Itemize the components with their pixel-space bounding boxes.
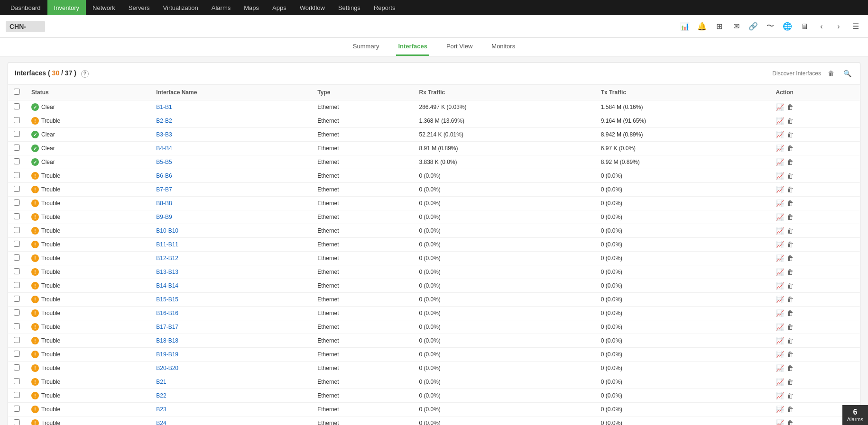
row-checkbox[interactable] [14, 254, 20, 261]
row-checkbox[interactable] [14, 282, 20, 288]
row-interface-name[interactable]: B19-B19 [150, 348, 312, 362]
row-interface-name[interactable]: B4-B4 [150, 142, 312, 155]
delete-action-icon[interactable]: 🗑 [787, 241, 794, 248]
row-interface-name[interactable]: B24 [150, 416, 312, 425]
row-checkbox[interactable] [14, 199, 20, 206]
chart-action-icon[interactable]: 📈 [776, 419, 784, 425]
row-interface-name[interactable]: B13-B13 [150, 265, 312, 279]
nav-item-virtualization[interactable]: Virtualization [157, 0, 205, 15]
chart-action-icon[interactable]: 📈 [776, 145, 784, 152]
delete-icon-btn[interactable]: 🗑 [825, 67, 837, 80]
row-interface-name[interactable]: B7-B7 [150, 183, 312, 197]
delete-action-icon[interactable]: 🗑 [787, 323, 794, 331]
row-interface-name[interactable]: B23 [150, 403, 312, 416]
bell-icon-btn[interactable]: 🔔 [695, 20, 709, 33]
delete-action-icon[interactable]: 🗑 [787, 103, 794, 111]
row-checkbox[interactable] [14, 131, 20, 137]
chart-action-icon[interactable]: 📈 [776, 254, 784, 262]
row-interface-name[interactable]: B21 [150, 375, 312, 389]
chart-action-icon[interactable]: 📈 [776, 406, 784, 413]
row-checkbox[interactable] [14, 103, 20, 109]
row-interface-name[interactable]: B15-B15 [150, 293, 312, 307]
nav-item-apps[interactable]: Apps [266, 0, 293, 15]
row-checkbox[interactable] [14, 378, 20, 384]
help-icon[interactable]: ? [81, 70, 89, 78]
chart-icon-btn[interactable]: 📊 [678, 20, 692, 33]
tab-interfaces[interactable]: Interfaces [396, 38, 429, 56]
chart-action-icon[interactable]: 📈 [776, 282, 784, 289]
row-checkbox[interactable] [14, 145, 20, 151]
delete-action-icon[interactable]: 🗑 [787, 199, 794, 207]
delete-action-icon[interactable]: 🗑 [787, 131, 794, 138]
monitor-icon-btn[interactable]: 🖥 [798, 20, 811, 33]
select-all-checkbox[interactable] [14, 89, 20, 95]
nav-item-network[interactable]: Network [86, 0, 122, 15]
row-checkbox[interactable] [14, 268, 20, 274]
row-interface-name[interactable]: B1-B1 [150, 100, 312, 114]
delete-action-icon[interactable]: 🗑 [787, 268, 794, 276]
chart-action-icon[interactable]: 📈 [776, 309, 784, 317]
row-interface-name[interactable]: B5-B5 [150, 155, 312, 169]
nav-item-reports[interactable]: Reports [367, 0, 402, 15]
row-interface-name[interactable]: B11-B11 [150, 238, 312, 252]
chart-action-icon[interactable]: 📈 [776, 378, 784, 386]
delete-action-icon[interactable]: 🗑 [787, 309, 794, 317]
row-checkbox[interactable] [14, 419, 20, 425]
row-interface-name[interactable]: B10-B10 [150, 224, 312, 238]
chart-action-icon[interactable]: 📈 [776, 323, 784, 331]
chart-action-icon[interactable]: 📈 [776, 131, 784, 138]
delete-action-icon[interactable]: 🗑 [787, 282, 794, 289]
row-interface-name[interactable]: B8-B8 [150, 197, 312, 210]
delete-action-icon[interactable]: 🗑 [787, 364, 794, 372]
delete-action-icon[interactable]: 🗑 [787, 158, 794, 166]
nav-item-workflow[interactable]: Workflow [293, 0, 332, 15]
chart-action-icon[interactable]: 📈 [776, 213, 784, 221]
delete-action-icon[interactable]: 🗑 [787, 337, 794, 344]
row-checkbox[interactable] [14, 406, 20, 412]
delete-action-icon[interactable]: 🗑 [787, 419, 794, 425]
grid-icon-btn[interactable]: ⊞ [712, 20, 726, 33]
tab-summary[interactable]: Summary [351, 38, 381, 56]
delete-action-icon[interactable]: 🗑 [787, 227, 794, 235]
nav-item-alarms[interactable]: Alarms [205, 0, 237, 15]
search-icon-btn[interactable]: 🔍 [841, 67, 853, 80]
row-checkbox[interactable] [14, 323, 20, 329]
chart-action-icon[interactable]: 📈 [776, 268, 784, 276]
row-checkbox[interactable] [14, 309, 20, 316]
row-checkbox[interactable] [14, 186, 20, 192]
row-checkbox[interactable] [14, 392, 20, 398]
row-checkbox[interactable] [14, 351, 20, 357]
delete-action-icon[interactable]: 🗑 [787, 351, 794, 358]
next-icon-btn[interactable]: › [832, 20, 845, 33]
chart-action-icon[interactable]: 📈 [776, 158, 784, 166]
chart-action-icon[interactable]: 📈 [776, 241, 784, 248]
tab-port-view[interactable]: Port View [444, 38, 474, 56]
chart-action-icon[interactable]: 📈 [776, 103, 784, 111]
row-interface-name[interactable]: B17-B17 [150, 320, 312, 334]
chart-action-icon[interactable]: 📈 [776, 227, 784, 235]
tab-monitors[interactable]: Monitors [489, 38, 517, 56]
nav-item-dashboard[interactable]: Dashboard [4, 0, 47, 15]
row-interface-name[interactable]: B18-B18 [150, 334, 312, 348]
row-checkbox[interactable] [14, 117, 20, 123]
nav-item-maps[interactable]: Maps [237, 0, 266, 15]
chart-action-icon[interactable]: 📈 [776, 392, 784, 399]
chart-action-icon[interactable]: 📈 [776, 199, 784, 207]
row-checkbox[interactable] [14, 337, 20, 343]
row-checkbox[interactable] [14, 158, 20, 164]
row-interface-name[interactable]: B22 [150, 389, 312, 403]
delete-action-icon[interactable]: 🗑 [787, 392, 794, 399]
row-checkbox[interactable] [14, 213, 20, 219]
chart-action-icon[interactable]: 📈 [776, 351, 784, 358]
discover-interfaces-link[interactable]: Discover Interfaces [772, 70, 821, 77]
chart-action-icon[interactable]: 📈 [776, 186, 784, 193]
chart-action-icon[interactable]: 📈 [776, 296, 784, 303]
nav-item-inventory[interactable]: Inventory [47, 0, 86, 15]
delete-action-icon[interactable]: 🗑 [787, 254, 794, 262]
row-interface-name[interactable]: B16-B16 [150, 307, 312, 320]
delete-action-icon[interactable]: 🗑 [787, 145, 794, 152]
alarms-badge[interactable]: 6 Alarms [842, 405, 868, 425]
delete-action-icon[interactable]: 🗑 [787, 186, 794, 193]
row-interface-name[interactable]: B6-B6 [150, 169, 312, 183]
row-interface-name[interactable]: B2-B2 [150, 114, 312, 128]
